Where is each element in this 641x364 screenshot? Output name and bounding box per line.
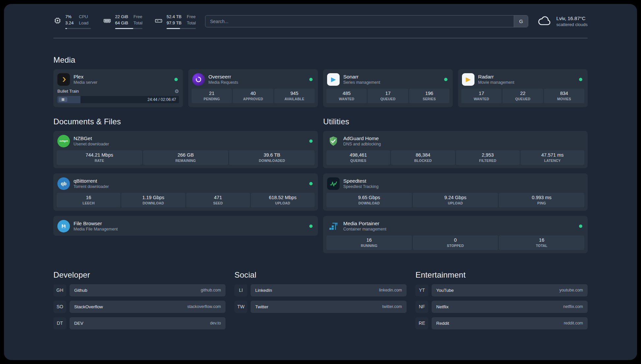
stat-value: 471	[187, 195, 249, 200]
stat-label: WANTED	[327, 97, 366, 101]
search-provider-button[interactable]: G	[514, 15, 528, 27]
stat-tile: 86,384 BLOCKED	[391, 150, 455, 165]
bookmark-link[interactable]: Twitter twitter.com	[251, 301, 407, 313]
service-card-radarr[interactable]: ▶ Radarr Movie management 17 WANTED 22	[458, 69, 588, 107]
service-card-portainer[interactable]: Media Portainer Container management 16 …	[323, 216, 588, 253]
overseerr-header: Overseerr Media Requests	[192, 73, 315, 86]
stat-tile: 16 RUNNING	[326, 235, 412, 250]
bookmark-link[interactable]: StackOverflow stackoverflow.com	[70, 301, 226, 313]
disk-free-value: 52.4 TB	[167, 14, 181, 20]
service-card-plex[interactable]: Plex Media server Bullet Train ⚙	[53, 69, 183, 107]
overseerr-icon	[192, 73, 205, 86]
developer-section-title: Developer	[53, 270, 226, 280]
qbittorrent-icon-label: qb	[61, 181, 66, 186]
weather-widget[interactable]: Lviv, 16.87°C scattered clouds	[537, 15, 588, 28]
disk-values: 52.4 TB 97.9 TB	[167, 14, 181, 26]
bookmark-abbr[interactable]: GH	[53, 284, 66, 296]
bookmark-link[interactable]: Reddit reddit.com	[432, 317, 588, 329]
bookmark-abbr[interactable]: SO	[53, 301, 66, 313]
memory-progress-track	[115, 28, 142, 29]
service-name: File Browser	[74, 220, 118, 227]
status-dot	[309, 182, 313, 185]
bookmark-abbr[interactable]: DT	[53, 317, 66, 329]
memory-metric: 22 GiB 64 GiB Free Total	[103, 14, 142, 29]
bookmark-abbr[interactable]: RE	[415, 317, 428, 329]
status-dot	[174, 78, 178, 81]
stat-value: 9.65 Gbps	[327, 195, 411, 200]
documents-section-title: Documents & Files	[53, 117, 318, 126]
status-dot	[309, 78, 313, 81]
stat-tile: 9.24 Gbps UPLOAD	[413, 193, 498, 207]
now-playing-title: Bullet Train	[57, 89, 79, 94]
stat-value: 21	[192, 91, 231, 96]
bookmark-github[interactable]: GH Github github.com	[53, 284, 226, 296]
playback-progress-bar[interactable]: 24:44 / 02:06:47	[57, 96, 179, 103]
radarr-header: ▶ Radarr Movie management	[461, 73, 584, 86]
bookmark-abbr[interactable]: LI	[234, 284, 247, 296]
stat-tile: 2,953 FILTERED	[456, 150, 520, 165]
stat-value: 498,461	[327, 152, 389, 158]
stat-value: 945	[275, 91, 314, 96]
bookmark-youtube[interactable]: YT YouTube youtube.com	[415, 284, 588, 296]
cpu-metric: 7% 3.24 CPU Load	[53, 14, 91, 29]
service-card-adguard[interactable]: AdGuard Home DNS and adblocking 498,461 …	[323, 131, 588, 168]
adguard-shield-icon	[327, 135, 340, 147]
service-card-overseerr[interactable]: Overseerr Media Requests 21 PENDING 40 A…	[188, 69, 318, 107]
pause-button[interactable]	[59, 97, 67, 102]
service-name: NZBGet	[74, 135, 109, 141]
stat-value: 39.6 TB	[230, 152, 314, 158]
bookmark-name: Reddit	[436, 321, 449, 326]
bookmark-url: twitter.com	[382, 304, 402, 309]
stat-label: DOWNLOADED	[230, 159, 314, 163]
status-dot	[309, 139, 313, 143]
bookmark-link[interactable]: Github github.com	[70, 284, 226, 296]
search-input[interactable]	[205, 15, 528, 27]
bookmark-link[interactable]: YouTube youtube.com	[432, 284, 588, 296]
bookmark-dev[interactable]: DT DEV dev.to	[53, 317, 226, 329]
bookmark-linkedin[interactable]: LI LinkedIn linkedin.com	[234, 284, 407, 296]
stat-tile: 39.6 TB DOWNLOADED	[229, 150, 315, 165]
service-card-filebrowser[interactable]: File Browser Media File Management	[53, 216, 318, 236]
stat-value: 47.571 ms	[521, 152, 584, 158]
stat-label: QUEUED	[368, 97, 407, 101]
service-card-speedtest[interactable]: Speedtest Speedtest Tracking 9.65 Gbps D…	[323, 173, 588, 211]
bookmark-link[interactable]: Netflix netflix.com	[432, 301, 588, 313]
stat-tile: 0 STOPPED	[413, 235, 498, 250]
plex-player-top: Bullet Train ⚙	[57, 89, 179, 94]
stat-value: 0.993 ms	[500, 195, 584, 200]
bookmark-netflix[interactable]: NF Netflix netflix.com	[415, 301, 588, 313]
bookmark-link[interactable]: LinkedIn linkedin.com	[251, 284, 407, 296]
stat-label: PENDING	[192, 97, 231, 101]
sonarr-icon: ▶	[327, 73, 340, 86]
bookmark-twitter[interactable]: TW Twitter twitter.com	[234, 301, 407, 313]
speedtest-title-block: Speedtest Speedtest Tracking	[343, 178, 379, 190]
stat-label: LEECH	[57, 201, 120, 205]
gear-icon[interactable]: ⚙	[175, 89, 179, 94]
status-dot	[579, 78, 582, 81]
sonarr-header: ▶ Sonarr Series management	[326, 73, 449, 86]
disk-free-label: Free	[187, 14, 196, 20]
bookmark-abbr[interactable]: NF	[415, 301, 428, 313]
qbittorrent-icon: qb	[57, 177, 70, 190]
plex-icon	[57, 73, 70, 86]
bookmark-abbr[interactable]: YT	[415, 284, 428, 296]
service-card-qbittorrent[interactable]: qb qBittorrent Torrent downloader 16 LEE…	[53, 173, 318, 211]
filebrowser-title-block: File Browser Media File Management	[74, 220, 118, 232]
bookmark-abbr[interactable]: TW	[234, 301, 247, 313]
stat-label: DOWNLOAD	[327, 201, 411, 205]
service-card-sonarr[interactable]: ▶ Sonarr Series management 485 WANTED 17	[323, 69, 453, 107]
memory-values: 22 GiB 64 GiB	[115, 14, 128, 26]
bookmark-link[interactable]: DEV dev.to	[70, 317, 226, 329]
service-card-nzbget[interactable]: nzbget NZBGet Usenet downloader 744.21 M…	[53, 131, 318, 168]
stat-label: UPLOAD	[413, 201, 498, 205]
weather-location: Lviv, 16.87°C	[556, 15, 588, 21]
stat-tile: 22 QUEUED	[503, 89, 543, 103]
bookmark-reddit[interactable]: RE Reddit reddit.com	[415, 317, 588, 329]
speedtest-stats: 9.65 Gbps DOWNLOAD 9.24 Gbps UPLOAD 0.99…	[326, 193, 584, 207]
portainer-icon	[327, 220, 340, 232]
bookmarks-social: Social LI LinkedIn linkedin.com TW Twitt…	[234, 270, 407, 317]
middle-columns: Documents & Files nzbget NZBGet Usenet d…	[53, 117, 588, 258]
disk-total-label: Total	[187, 20, 196, 26]
bookmark-stackoverflow[interactable]: SO StackOverflow stackoverflow.com	[53, 301, 226, 313]
stat-label: BLOCKED	[392, 159, 454, 163]
